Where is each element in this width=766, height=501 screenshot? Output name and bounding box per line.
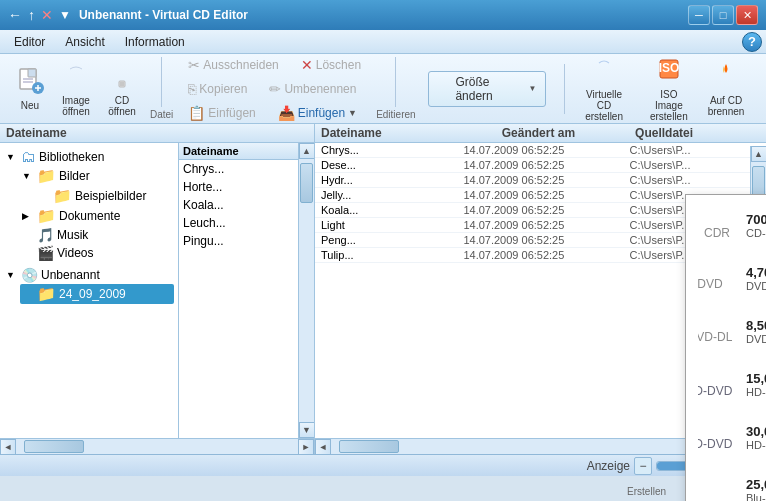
dd-type-hddvdr_dl: HD-DVD-R DL [746,439,766,451]
left-scroll-thumb[interactable] [300,163,313,203]
dropdown-item-hddvdr[interactable]: HD-DVD 15,0 GB HD-DVD-R [686,358,766,411]
folder-icon-24-09: 📁 [37,285,56,303]
tree-toggle-bibliotheken[interactable]: ▼ [6,152,18,162]
paste-icon: 📋 [188,105,205,121]
dd-size-cdr: 700 MB [746,212,766,227]
menu-information[interactable]: Information [115,33,195,51]
tree-label-beispielbilder: Beispielbilder [75,189,146,203]
tree-label-unbenannt: Unbenannt [41,268,100,282]
table-row[interactable]: Dese... 14.07.2009 06:52:25 C:\Users\P..… [315,158,766,173]
table-row[interactable]: Chrys... 14.07.2009 06:52:25 C:\Users\P.… [315,143,766,158]
dropdown-item-dvdr[interactable]: DVD 4,70 GB DVD-R [686,252,766,305]
dropdown-item-dvdr_dl[interactable]: DVD-DL 8,50 GB DVD-R DL [686,305,766,358]
dd-info-dvdr_dl: 8,50 GB DVD-R DL [746,318,766,345]
virtual-cd-button[interactable]: Virtuelle CDerstellen [572,50,635,127]
svg-text:HD-DVD: HD-DVD [698,384,733,398]
file-source: C:\Users\P... [624,143,766,158]
app-icon-close[interactable]: ✕ [41,7,53,23]
tree-item-bilder[interactable]: ▼ 📁 Bilder [20,166,174,186]
cd-open-button[interactable]: CDöffnen [100,56,144,122]
tree-toggle-unbenannt[interactable]: ▼ [6,270,18,280]
cd-open-icon [108,61,136,93]
file-source: C:\Users\P... [624,173,766,188]
table-row[interactable]: Hydr... 14.07.2009 06:52:25 C:\Users\P..… [315,173,766,188]
tree-toggle-bilder[interactable]: ▼ [22,171,34,181]
tree-item-dokumente[interactable]: ▶ 📁 Dokumente [20,206,174,226]
dropdown-item-cdr[interactable]: CDR 700 MB CD-R [686,199,766,252]
minimize-button[interactable]: ─ [688,5,710,25]
right-hscroll-thumb[interactable] [339,440,399,453]
size-change-button[interactable]: Größe ändern ▼ [428,71,546,107]
file-date: 14.07.2009 06:52:25 [457,158,623,173]
insert-button[interactable]: 📥 Einfügen ▼ [269,102,366,124]
cut-button[interactable]: ✂ Ausschneiden [179,54,287,76]
edit-row-2: ⎘ Kopieren ✏ Umbenennen [179,78,370,100]
dd-size-hddvdr_dl: 30,0 GB [746,424,766,439]
toolbar-separator-right [564,64,565,114]
tree-label-bibliotheken: Bibliotheken [39,150,104,164]
dd-size-blur: 25,0 GB [746,477,766,492]
tree-area[interactable]: ▼ 🗂 Bibliotheken ▼ 📁 Bilder ▶ 📁 [0,143,178,438]
svg-text:ISO: ISO [659,61,680,75]
maximize-button[interactable]: □ [712,5,734,25]
help-button[interactable]: ? [742,32,762,52]
iso-label: ISO Imageerstellen [647,89,691,122]
app-icon-menu[interactable]: ▼ [59,8,71,22]
music-icon: 🎵 [37,227,54,243]
file-name: Dese... [315,158,457,173]
iso-icon: ISO [654,55,684,87]
dd-type-cdr: CD-R [746,227,766,239]
app-icon-back[interactable]: ← [8,7,22,23]
window-title: Unbenannt - Virtual CD Editor [79,8,688,22]
left-hscroll-thumb[interactable] [24,440,84,453]
title-bar-icons: ← ↑ ✕ ▼ [8,7,71,23]
burn-button[interactable]: Auf CDbrennen [702,56,750,122]
left-hscroll-left[interactable]: ◄ [0,439,16,455]
tree-item-musik[interactable]: ▶ 🎵 Musik [20,226,174,244]
left-scroll-up[interactable]: ▲ [299,143,315,159]
section-editieren-label: Editieren [376,109,415,120]
left-file-hortensia: Horte... [179,178,298,196]
left-scroll-track[interactable] [299,159,314,422]
dd-type-dvdr_dl: DVD-R DL [746,333,766,345]
tree-item-beispielbilder[interactable]: ▶ 📁 Beispielbilder [36,186,174,206]
iso-button[interactable]: ISO ISO Imageerstellen [640,50,698,127]
left-files-pane: Dateiname Chrys... Horte... Koala... Leu… [178,143,298,438]
dropdown-item-blur[interactable]: 25,0 GB Blu-Ray-R [686,464,766,501]
left-file-pinguin: Pingu... [179,232,298,250]
image-open-button[interactable]: Imageöffnen [54,56,98,122]
dd-type-hddvdr: HD-DVD-R [746,386,766,398]
left-hscrollbar[interactable]: ◄ ► [0,438,314,454]
delete-button[interactable]: ✕ Löschen [292,54,370,76]
tree-item-unbenannt[interactable]: ▼ 💿 Unbenannt [4,266,174,284]
left-hscroll-track[interactable] [16,439,298,454]
right-vscroll-up[interactable]: ▲ [751,146,767,162]
app-icon-up[interactable]: ↑ [28,7,35,23]
tree-item-videos[interactable]: ▶ 🎬 Videos [20,244,174,262]
menu-ansicht[interactable]: Ansicht [55,33,114,51]
tree-item-24-09-2009[interactable]: ▶ 📁 24_09_2009 [20,284,174,304]
left-hscroll-right[interactable]: ► [298,439,314,455]
menu-editor[interactable]: Editor [4,33,55,51]
neu-button[interactable]: Neu [8,61,52,116]
rename-button[interactable]: ✏ Umbenennen [260,78,365,100]
insert-dropdown-arrow[interactable]: ▼ [348,108,357,118]
tree-toggle-dokumente[interactable]: ▶ [22,211,34,221]
file-date: 14.07.2009 06:52:25 [457,143,623,158]
close-button[interactable]: ✕ [736,5,758,25]
dd-size-dvdr: 4,70 GB [746,265,766,280]
copy-button[interactable]: ⎘ Kopieren [179,78,256,100]
zoom-minus-button[interactable]: − [634,457,652,475]
left-scrollbar[interactable]: ▲ ▼ [298,143,314,438]
dropdown-scroll-area[interactable]: CDR 700 MB CD-R DVD 4,70 GB DVD-R [686,195,766,501]
dropdown-item-hddvdr_dl[interactable]: HD-DVD 30,0 GB HD-DVD-R DL [686,411,766,464]
left-panel-header: Dateiname [0,124,314,143]
left-scroll-down[interactable]: ▼ [299,422,315,438]
file-date: 14.07.2009 06:52:25 [457,218,623,233]
right-header-dateiname: Dateiname [321,126,382,140]
right-hscroll-left[interactable]: ◄ [315,439,331,455]
paste-button[interactable]: 📋 Einfügen [179,102,264,124]
svg-rect-1 [28,69,36,77]
svg-text:DVD-DL: DVD-DL [698,330,733,344]
tree-item-bibliotheken[interactable]: ▼ 🗂 Bibliotheken [4,147,174,166]
